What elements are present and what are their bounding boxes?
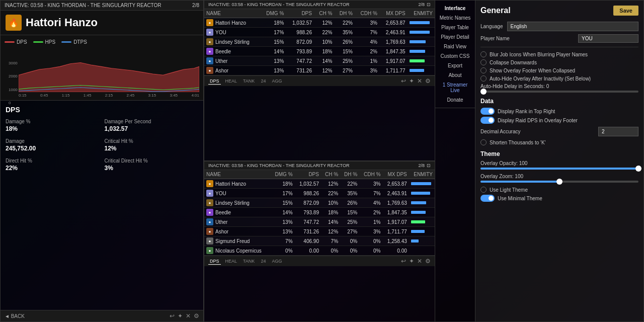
dh-pct: 27% xyxy=(340,227,359,236)
display-rank-toggle[interactable] xyxy=(480,108,495,115)
table-row[interactable]: ● Ashor 13% 731.26 12% 27% 3% 1,711.77 xyxy=(204,66,435,75)
cdh-pct: 0% xyxy=(359,246,382,256)
undo-icon[interactable]: ↩ xyxy=(170,312,175,319)
sidebar-item-export[interactable]: Export xyxy=(438,61,472,70)
toggle-display-raid-dps: Display Raid DPS in Overlay Footer xyxy=(480,117,638,124)
sidebar-item-player-table[interactable]: Player Table xyxy=(438,23,472,32)
col-dps: DPS xyxy=(286,9,314,18)
mx-dps: 1,711.77 xyxy=(382,227,409,236)
minimal-theme-toggle-knob xyxy=(489,196,494,201)
sidebar-item-raid-view[interactable]: Raid View xyxy=(438,42,472,51)
top-gear-icon[interactable]: ⚙ xyxy=(425,77,431,85)
toggle-light-theme: Use Light Theme xyxy=(480,187,638,193)
sidebar-item-metric-names[interactable]: Metric Names xyxy=(438,13,472,23)
display-raid-dps-toggle[interactable] xyxy=(480,117,495,124)
settings-header: General Save xyxy=(480,6,638,16)
top-overlay-expand[interactable]: ⊡ xyxy=(427,2,431,7)
job-icon: ● xyxy=(206,218,213,225)
top-tab-dps[interactable]: DPS xyxy=(208,78,221,85)
top-undo-icon[interactable]: ↩ xyxy=(401,77,406,85)
top-close-icon[interactable]: ✕ xyxy=(417,77,422,85)
col-ch: CH % xyxy=(314,9,334,18)
bot-col-mxdps: MX DPS xyxy=(382,170,409,179)
gear-icon[interactable]: ⚙ xyxy=(194,312,199,319)
data-section-title: Data xyxy=(480,98,638,105)
shorten-thousands-checkbox[interactable] xyxy=(480,139,487,145)
show-footer-checkbox[interactable] xyxy=(480,67,487,73)
enmity-bar-cell xyxy=(408,28,435,37)
player-name: Hattori Hanzo xyxy=(215,20,246,26)
light-theme-checkbox[interactable] xyxy=(480,187,487,193)
top-tab-agg[interactable]: AGG xyxy=(270,78,283,84)
sidebar-item-donate[interactable]: Donate xyxy=(438,95,472,105)
table-row[interactable]: ● Hattori Hanzo 18% 1,032.57 12% 22% 3% … xyxy=(204,179,435,189)
overlay-opacity-slider[interactable] xyxy=(480,168,638,170)
dmg-pct: 14% xyxy=(271,208,295,217)
job-icon: ● xyxy=(206,48,213,55)
cdh-pct: 7% xyxy=(359,189,382,198)
top-table-body: ● Hattori Hanzo 18% 1,032.57 12% 22% 3% … xyxy=(204,18,435,75)
checkbox-auto-hide: Auto-Hide Overlay After Inactivity (Set … xyxy=(480,75,638,82)
bot-tab-tank[interactable]: TANK xyxy=(242,258,256,264)
table-row[interactable]: ● Beedle 14% 793.89 18% 15% 2% 1,847.35 xyxy=(204,208,435,217)
player-name: YOU xyxy=(215,30,226,35)
stat-cdh: Critical Direct Hit % 3% xyxy=(105,158,199,172)
bot-col-cdh: CDH % xyxy=(359,170,382,179)
dps-val: 747.72 xyxy=(286,56,314,66)
table-row[interactable]: ● Uther 13% 747.72 14% 25% 1% 1,917.07 xyxy=(204,56,435,66)
sidebar-item-player-detail[interactable]: Player Detail xyxy=(438,32,472,42)
right-sidebar: Interface Metric Names Player Table Play… xyxy=(435,0,475,322)
top-tab-24[interactable]: 24 xyxy=(259,78,267,84)
bottom-overlay-expand[interactable]: ⊡ xyxy=(427,163,431,168)
bot-tab-heal[interactable]: HEAL xyxy=(224,258,239,264)
save-button[interactable]: Save xyxy=(613,6,638,16)
top-settings-icon[interactable]: ✦ xyxy=(409,77,414,85)
mx-dps: 2,653.87 xyxy=(382,179,409,189)
bot-gear-icon[interactable]: ⚙ xyxy=(425,258,431,265)
table-row[interactable]: ● Nicolaus Copernicus 0% 0.00 0% 0% 0% 0… xyxy=(204,246,435,256)
sidebar-item-streamer[interactable]: 1 Streamer Live xyxy=(438,80,472,95)
table-row[interactable]: ● Lindsey Stirling 15% 872.09 10% 26% 4%… xyxy=(204,37,435,47)
bot-tab-dps[interactable]: DPS xyxy=(208,258,221,265)
collapse-downwards-checkbox[interactable] xyxy=(480,59,487,65)
mx-dps: 2,463.91 xyxy=(379,28,408,37)
table-row[interactable]: ● Uther 13% 747.72 14% 25% 1% 1,917.07 xyxy=(204,217,435,227)
overlay-zoom-slider[interactable] xyxy=(480,181,638,183)
minimal-theme-toggle[interactable] xyxy=(480,195,495,202)
dps-val: 793.89 xyxy=(286,47,314,56)
top-tab-tank[interactable]: TANK xyxy=(242,78,256,84)
bot-undo-icon[interactable]: ↩ xyxy=(401,258,406,265)
table-row[interactable]: ● Lindsey Stirling 15% 872.09 10% 26% 4%… xyxy=(204,198,435,208)
blur-job-icons-checkbox[interactable] xyxy=(480,51,487,57)
chart-area: DPS HPS DTPS 3000 2000 1000 0 xyxy=(1,35,203,101)
player-name-input[interactable] xyxy=(578,34,638,43)
dmg-pct: 17% xyxy=(271,189,295,198)
back-button[interactable]: ◄ BACK xyxy=(5,313,25,319)
table-row[interactable]: ● Beedle 14% 793.89 18% 15% 2% 1,847.35 xyxy=(204,47,435,56)
table-row[interactable]: ● Ashor 13% 731.26 12% 27% 3% 1,711.77 xyxy=(204,227,435,236)
sidebar-item-interface[interactable]: Interface xyxy=(438,4,472,13)
bot-tab-24[interactable]: 24 xyxy=(259,258,267,264)
language-select[interactable]: English xyxy=(507,22,639,31)
top-tab-heal[interactable]: HEAL xyxy=(224,78,239,84)
decimal-accuracy-select[interactable]: 2 xyxy=(598,127,638,136)
auto-hide-checkbox[interactable] xyxy=(480,75,487,82)
auto-hide-delay-slider[interactable] xyxy=(480,91,638,93)
dh-pct: 0% xyxy=(340,246,359,256)
bot-tab-agg[interactable]: AGG xyxy=(270,258,283,264)
close-icon[interactable]: ✕ xyxy=(186,312,191,319)
settings-icon[interactable]: ✦ xyxy=(178,312,183,319)
y-axis-labels: 3000 2000 1000 0 xyxy=(9,61,18,105)
enmity-bar-cell xyxy=(408,37,435,47)
table-row[interactable]: ● YOU 17% 988.26 22% 35% 7% 2,463.91 xyxy=(204,189,435,198)
sidebar-item-custom-css[interactable]: Custom CSS xyxy=(438,51,472,61)
dmg-pct: 18% xyxy=(260,18,286,28)
table-row[interactable]: ● Sigmund Freud 7% 406.90 7% 0% 0% 1,258… xyxy=(204,236,435,246)
table-row[interactable]: ● Hattori Hanzo 18% 1,032.57 12% 22% 3% … xyxy=(204,18,435,28)
bot-close-icon[interactable]: ✕ xyxy=(417,258,422,265)
stat-crit: Critical Hit % 12% xyxy=(105,138,199,152)
bottom-overlay-pages: 2/8 xyxy=(418,163,425,168)
table-row[interactable]: ● YOU 17% 988.26 22% 35% 7% 2,463.91 xyxy=(204,28,435,37)
sidebar-item-about[interactable]: About xyxy=(438,70,472,80)
bot-settings-icon[interactable]: ✦ xyxy=(409,258,414,265)
